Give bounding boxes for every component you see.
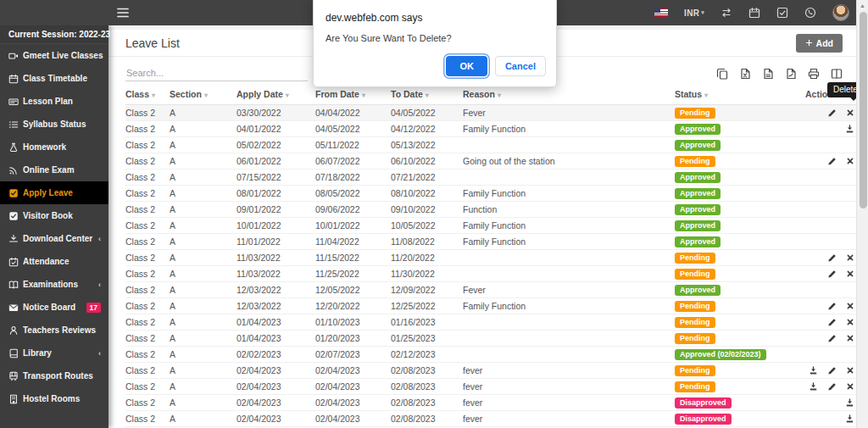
cell-section: A — [170, 105, 236, 121]
sidebar-item[interactable]: Class Timetable — [0, 67, 108, 90]
cell-class: Class 2 — [125, 234, 170, 250]
cancel-button[interactable]: Cancel — [495, 56, 546, 76]
row-actions — [805, 253, 856, 263]
delete-icon[interactable] — [846, 382, 854, 391]
cell-actions — [805, 105, 856, 121]
sidebar-item[interactable]: Lesson Plan — [0, 90, 108, 113]
csv-icon[interactable] — [762, 68, 774, 80]
delete-icon[interactable] — [846, 334, 854, 342]
print-icon[interactable] — [808, 68, 820, 80]
column-header[interactable]: Status▾ — [675, 85, 805, 105]
edit-icon[interactable] — [827, 334, 837, 343]
cell-status: Approved — [675, 121, 805, 137]
delete-icon[interactable] — [846, 270, 854, 278]
sidebar-item[interactable]: Gmeet Live Classes — [0, 44, 108, 67]
column-header[interactable]: Class▾ — [125, 85, 170, 105]
cell-actions — [805, 121, 856, 137]
cell-actions — [805, 266, 856, 282]
edit-icon[interactable] — [827, 382, 837, 392]
delete-icon[interactable] — [846, 253, 854, 262]
sort-caret-icon: ▾ — [362, 92, 365, 99]
sidebar-item[interactable]: Examinations ‹ — [0, 273, 108, 296]
whatsapp-icon[interactable] — [804, 7, 816, 19]
download-action-icon[interactable] — [809, 366, 818, 375]
cell-to-date: 12/25/2022 — [391, 298, 463, 314]
edit-icon[interactable] — [827, 318, 837, 327]
vertical-scrollbar[interactable]: ▲ — [856, 0, 868, 428]
calendar-icon[interactable] — [748, 7, 760, 19]
cell-status: Pending — [675, 314, 805, 331]
cell-apply-date: 01/04/2023 — [236, 331, 315, 347]
user-avatar[interactable] — [832, 4, 849, 21]
scroll-up-arrow-icon[interactable]: ▲ — [857, 0, 868, 11]
sidebar-item[interactable]: Syllabus Status — [0, 113, 108, 136]
edit-icon[interactable] — [827, 108, 837, 118]
cell-to-date: 12/09/2022 — [391, 282, 463, 298]
sidebar-item-label: Library — [23, 348, 52, 358]
cell-apply-date: 11/03/2022 — [236, 266, 315, 282]
hamburger-icon[interactable] — [117, 7, 129, 22]
edit-icon[interactable] — [827, 157, 837, 166]
column-header[interactable]: From Date▾ — [315, 85, 391, 105]
exchange-icon[interactable] — [721, 7, 732, 19]
edit-icon[interactable] — [827, 270, 837, 279]
page-title: Leave List — [125, 36, 180, 50]
delete-icon[interactable] — [846, 366, 854, 375]
sidebar-item[interactable]: Apply Leave — [0, 181, 108, 204]
sidebar-item[interactable]: Download Center ‹ — [0, 227, 108, 250]
edit-icon[interactable] — [827, 366, 837, 375]
pdf-icon[interactable] — [785, 68, 797, 80]
cell-section: A — [170, 250, 236, 266]
column-header[interactable]: Apply Date▾ — [236, 85, 315, 105]
delete-icon[interactable] — [846, 157, 854, 165]
sidebar-item[interactable]: Online Exam — [0, 158, 108, 181]
excel-icon[interactable] — [739, 68, 751, 80]
sidebar-item[interactable]: Visitor Book — [0, 204, 108, 227]
cell-actions — [805, 153, 856, 170]
columns-icon[interactable] — [831, 68, 843, 80]
table-row: Class 2 A 02/04/2023 02/04/2023 02/08/20… — [125, 395, 856, 411]
cell-to-date: 11/20/2022 — [391, 250, 463, 266]
edit-icon[interactable] — [827, 253, 837, 263]
sidebar-item[interactable]: Transport Routes — [0, 364, 108, 387]
scrollbar-thumb[interactable] — [860, 12, 867, 208]
tasks-icon[interactable] — [776, 7, 788, 19]
add-button[interactable]: Add — [796, 34, 843, 53]
row-actions — [805, 270, 856, 279]
delete-icon[interactable] — [846, 302, 854, 310]
status-badge: Approved — [675, 204, 721, 216]
sidebar-item-label: Download Center — [23, 234, 92, 243]
sidebar-item[interactable]: Teachers Reviews — [0, 319, 108, 342]
column-header[interactable]: To Date▾ — [391, 85, 463, 105]
download-action-icon[interactable] — [809, 382, 818, 392]
sidebar-item[interactable]: Library ‹ — [0, 342, 108, 364]
row-actions — [805, 334, 856, 343]
sidebar-item[interactable]: Hostel Rooms — [0, 387, 108, 410]
copy-icon[interactable] — [716, 68, 728, 80]
table-row: Class 2 A 12/03/2022 12/05/2022 12/09/20… — [125, 282, 856, 298]
currency-selector[interactable]: INR▾ — [684, 8, 704, 18]
table-row: Class 2 A 07/15/2022 07/18/2022 07/21/20… — [125, 170, 856, 186]
cell-status: Approved — [675, 170, 805, 186]
column-header[interactable]: Section▾ — [170, 85, 236, 105]
download-action-icon[interactable] — [845, 414, 854, 424]
ok-button[interactable]: OK — [446, 56, 487, 76]
language-flag-icon[interactable] — [654, 8, 668, 17]
download-action-icon[interactable] — [845, 398, 854, 408]
column-header[interactable]: Reason▾ — [463, 85, 675, 105]
download-action-icon[interactable] — [845, 125, 854, 134]
delete-icon[interactable] — [846, 108, 854, 117]
search-input[interactable] — [125, 65, 308, 81]
cell-reason — [463, 170, 675, 186]
sidebar-item[interactable]: Attendance — [0, 250, 108, 273]
cell-to-date: 02/08/2023 — [391, 395, 463, 411]
hostel-icon — [8, 394, 23, 404]
sidebar-item[interactable]: Notice Board 17 — [0, 296, 108, 319]
sidebar: Current Session: 2022-23 Gmeet Live Clas… — [0, 25, 108, 428]
cell-reason — [463, 314, 675, 331]
cell-actions — [805, 395, 856, 411]
cell-actions — [805, 234, 856, 250]
edit-icon[interactable] — [827, 302, 837, 311]
sidebar-item[interactable]: Homework — [0, 136, 108, 158]
delete-icon[interactable] — [846, 318, 854, 326]
